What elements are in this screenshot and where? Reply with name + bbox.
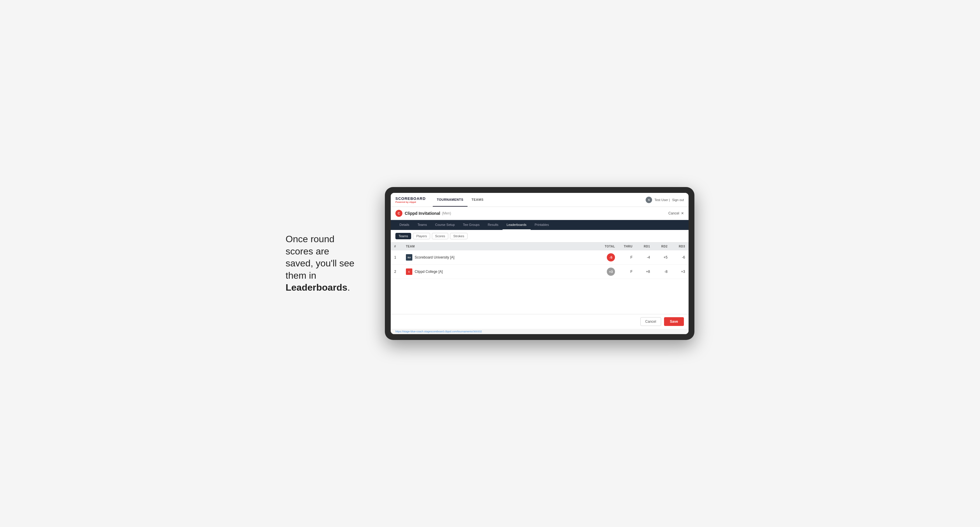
- tab-tee-groups[interactable]: Tee Groups: [459, 220, 484, 230]
- desc-line1: Once round: [286, 234, 334, 244]
- tab-leaderboards[interactable]: Leaderboards: [503, 220, 531, 230]
- rd2-1: +5: [654, 250, 671, 265]
- team-logo-2: C: [406, 268, 412, 275]
- team-name-2: Clippd College [A]: [415, 270, 443, 274]
- rd1-2: +8: [636, 265, 654, 279]
- col-rd2: RD2: [654, 243, 671, 250]
- score-badge-2: +3: [607, 268, 615, 276]
- rank-2: 2: [391, 265, 402, 279]
- desc-line5-bold: Leaderboards: [286, 282, 347, 293]
- filter-strokes[interactable]: Strokes: [450, 233, 467, 239]
- team-cell-1: SU Scoreboard University [A]: [406, 254, 592, 260]
- left-description: Once round scores are saved, you'll see …: [286, 233, 368, 294]
- top-navigation: SCOREBOARD Powered by clippd TOURNAMENTS…: [391, 193, 689, 207]
- thru-2: F: [619, 265, 636, 279]
- desc-line2: scores are: [286, 246, 329, 257]
- status-bar: https://stage-blue-coach.stagescoreboard…: [391, 329, 689, 334]
- header-cancel-button[interactable]: Cancel ✕: [668, 211, 684, 215]
- tab-results[interactable]: Results: [484, 220, 503, 230]
- save-button[interactable]: Save: [664, 317, 684, 326]
- filter-scores[interactable]: Scores: [432, 233, 448, 239]
- status-url: https://stage-blue-coach.stagescoreboard…: [395, 330, 482, 333]
- close-icon: ✕: [681, 211, 684, 215]
- tablet-device: SCOREBOARD Powered by clippd TOURNAMENTS…: [385, 187, 694, 340]
- nav-tournaments[interactable]: TOURNAMENTS: [433, 193, 468, 206]
- tab-course-setup[interactable]: Course Setup: [431, 220, 459, 230]
- tab-teams[interactable]: Teams: [414, 220, 431, 230]
- tournament-subtitle: (Men): [442, 211, 451, 215]
- team-name-1: Scoreboard University [A]: [415, 256, 454, 259]
- logo-scoreboard: SCOREBOARD: [395, 196, 426, 201]
- modal-footer: Cancel Save: [391, 314, 689, 329]
- sign-out-button[interactable]: Sign out: [672, 198, 684, 202]
- tab-details[interactable]: Details: [395, 220, 414, 230]
- thru-1: F: [619, 250, 636, 265]
- table-row: 2 C Clippd College [A] +3 F +8 -8: [391, 265, 689, 279]
- tablet-screen: SCOREBOARD Powered by clippd TOURNAMENTS…: [391, 193, 689, 334]
- total-2: +3: [595, 265, 619, 279]
- logo-powered-by: Powered by clippd: [395, 201, 426, 203]
- cancel-button[interactable]: Cancel: [640, 317, 661, 326]
- desc-line4: them in: [286, 270, 316, 281]
- rank-1: 1: [391, 250, 402, 265]
- rd3-2: +3: [671, 265, 689, 279]
- logo-area: SCOREBOARD Powered by clippd: [395, 196, 426, 203]
- rd1-1: -4: [636, 250, 654, 265]
- nav-teams[interactable]: TEAMS: [468, 193, 488, 206]
- col-total: TOTAL: [595, 243, 619, 250]
- tournament-header: C Clippd Invitational (Men) Cancel ✕: [391, 207, 689, 220]
- user-name: Test User |: [654, 198, 670, 202]
- rd2-2: -8: [654, 265, 671, 279]
- team-1: SU Scoreboard University [A]: [402, 250, 595, 265]
- desc-period: .: [347, 282, 350, 293]
- content-spacer: [391, 279, 689, 314]
- team-2: C Clippd College [A]: [402, 265, 595, 279]
- leaderboard-table: # TEAM TOTAL THRU RD1 RD2 RD3 1: [391, 243, 689, 279]
- tournament-title: Clippd Invitational: [405, 211, 440, 216]
- tab-printables[interactable]: Printables: [531, 220, 553, 230]
- team-cell-2: C Clippd College [A]: [406, 268, 592, 275]
- filter-bar: Teams Players Scores Strokes: [391, 230, 689, 243]
- score-badge-1: -5: [607, 253, 615, 262]
- col-team: TEAM: [402, 243, 595, 250]
- filter-players[interactable]: Players: [413, 233, 430, 239]
- col-rd3: RD3: [671, 243, 689, 250]
- rd3-1: -6: [671, 250, 689, 265]
- filter-teams[interactable]: Teams: [395, 233, 411, 239]
- tournament-logo: C: [395, 210, 402, 217]
- table-row: 1 SU Scoreboard University [A] -5 F -4: [391, 250, 689, 265]
- nav-right: S Test User | Sign out: [646, 197, 684, 203]
- desc-line3: saved, you'll see: [286, 258, 355, 268]
- col-rank: #: [391, 243, 402, 250]
- total-1: -5: [595, 250, 619, 265]
- tab-bar: Details Teams Course Setup Tee Groups Re…: [391, 220, 689, 230]
- nav-links: TOURNAMENTS TEAMS: [433, 193, 488, 206]
- user-avatar: S: [646, 197, 652, 203]
- page-wrapper: Once round scores are saved, you'll see …: [286, 187, 694, 340]
- col-rd1: RD1: [636, 243, 654, 250]
- col-thru: THRU: [619, 243, 636, 250]
- table-header-row: # TEAM TOTAL THRU RD1 RD2 RD3: [391, 243, 689, 250]
- team-logo-1: SU: [406, 254, 412, 260]
